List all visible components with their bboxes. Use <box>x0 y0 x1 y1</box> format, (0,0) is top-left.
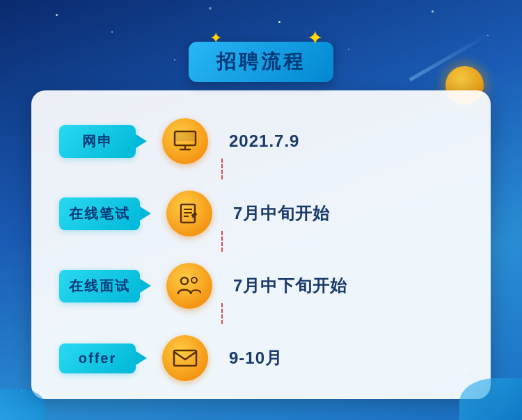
step-icon-wangshen <box>162 118 208 164</box>
step-desc-wangshen: 2021.7.9 <box>229 131 299 151</box>
people-icon <box>176 274 203 298</box>
step-icon-offer <box>162 335 208 381</box>
page-title: 招聘流程 <box>216 51 306 72</box>
step-desc-bishi: 7月中旬开始 <box>233 202 330 225</box>
sparkle-right-icon: ✦ <box>307 26 323 49</box>
step-icon-mianshi <box>166 263 212 309</box>
step-row-wangshen: 网申 2021.7.9 <box>59 118 463 164</box>
step-row-bishi: 在线笔试 7月中旬开始 <box>59 191 463 236</box>
timeline-row-2: 在线笔试 7月中旬开始 <box>59 191 463 236</box>
title-banner: ✦ ✦ 招聘流程 <box>189 42 333 82</box>
svg-rect-10 <box>174 350 196 366</box>
timeline: 网申 2021.7.9 在线笔试 <box>59 111 463 381</box>
main-card: 网申 2021.7.9 在线笔试 <box>31 90 491 399</box>
step-desc-mianshi: 7月中下旬开始 <box>233 275 347 297</box>
step-row-offer: offer 9-10月 <box>59 335 463 381</box>
timeline-row-3: 在线面试 7月中下旬开始 <box>59 263 463 309</box>
svg-point-9 <box>191 277 197 283</box>
pen-icon <box>177 202 201 225</box>
step-label-offer: offer <box>59 344 136 373</box>
svg-point-8 <box>181 277 188 284</box>
svg-rect-1 <box>175 131 196 141</box>
step-desc-offer: 9-10月 <box>229 347 283 369</box>
timeline-row-1: 网申 2021.7.9 <box>59 118 463 164</box>
sparkle-left-icon: ✦ <box>209 29 222 47</box>
step-row-mianshi: 在线面试 7月中下旬开始 <box>59 263 463 309</box>
monitor-icon <box>173 130 198 152</box>
mail-icon <box>173 348 198 368</box>
timeline-row-4: offer 9-10月 <box>59 335 463 381</box>
step-label-bishi: 在线笔试 <box>59 197 140 230</box>
step-label-wangshen: 网申 <box>59 125 136 158</box>
step-label-mianshi: 在线面试 <box>59 270 140 302</box>
step-icon-bishi <box>166 191 212 236</box>
